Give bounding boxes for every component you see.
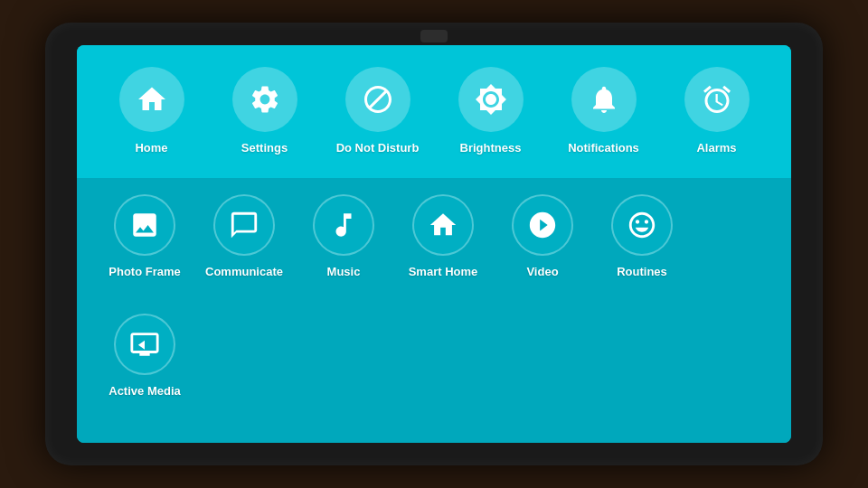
smart-home-icon: [428, 210, 458, 240]
alarms-button[interactable]: Alarms: [665, 67, 769, 155]
play-icon: [527, 210, 558, 240]
dnd-label: Do Not Disturb: [336, 141, 420, 155]
music-button[interactable]: Music: [294, 194, 393, 278]
brightness-icon-circle: [458, 67, 524, 132]
photo-icon: [129, 210, 160, 240]
brightness-button[interactable]: Brightness: [439, 67, 542, 155]
chat-icon: [229, 210, 259, 240]
photo-frame-button[interactable]: Photo Frame: [95, 194, 194, 278]
alarm-icon: [701, 83, 733, 116]
do-not-disturb-button[interactable]: Do Not Disturb: [326, 67, 429, 155]
dnd-icon-circle: [345, 67, 410, 132]
brightness-label: Brightness: [460, 141, 522, 155]
smart-home-label: Smart Home: [409, 265, 478, 278]
top-menu-row: Home Settings Do Not Disturb: [77, 45, 791, 178]
communicate-icon-circle: [213, 194, 275, 256]
routines-button[interactable]: Routines: [592, 194, 692, 278]
home-button[interactable]: Home: [99, 67, 203, 155]
device-frame: Home Settings Do Not Disturb: [45, 23, 823, 465]
notifications-icon-circle: [571, 67, 637, 132]
video-icon-circle: [512, 194, 573, 256]
settings-label: Settings: [241, 141, 288, 155]
alarms-label: Alarms: [696, 141, 736, 155]
settings-icon-circle: [232, 67, 297, 132]
settings-icon: [249, 83, 281, 116]
active-media-icon-circle: [114, 314, 175, 375]
brightness-icon: [475, 83, 507, 116]
smart-home-button[interactable]: Smart Home: [393, 194, 493, 278]
home-label: Home: [135, 141, 167, 155]
photo-frame-icon-circle: [114, 194, 175, 256]
photo-frame-label: Photo Frame: [108, 265, 180, 278]
smart-home-icon-circle: [412, 194, 474, 256]
bottom-menu-row: Photo Frame Communicate Music: [77, 178, 791, 443]
video-button[interactable]: Video: [493, 194, 592, 278]
routines-icon-circle: [611, 194, 673, 256]
music-label: Music: [327, 265, 361, 278]
screen: Home Settings Do Not Disturb: [77, 45, 791, 443]
alarms-icon-circle: [684, 67, 750, 132]
bell-icon: [588, 83, 620, 116]
camera-bump: [420, 30, 448, 42]
settings-button[interactable]: Settings: [212, 67, 316, 155]
home-icon-circle: [119, 67, 184, 132]
active-media-label: Active Media: [108, 384, 180, 398]
home-icon: [136, 83, 168, 116]
notifications-label: Notifications: [568, 141, 639, 155]
routines-label: Routines: [617, 265, 667, 278]
routines-icon: [627, 210, 657, 240]
notifications-button[interactable]: Notifications: [552, 67, 656, 155]
video-label: Video: [526, 265, 558, 278]
dnd-icon: [362, 83, 394, 116]
music-icon: [328, 210, 359, 240]
active-media-button[interactable]: Active Media: [95, 314, 194, 398]
music-icon-circle: [313, 194, 374, 256]
communicate-button[interactable]: Communicate: [194, 194, 294, 278]
communicate-label: Communicate: [205, 265, 283, 278]
media-icon: [129, 329, 160, 360]
